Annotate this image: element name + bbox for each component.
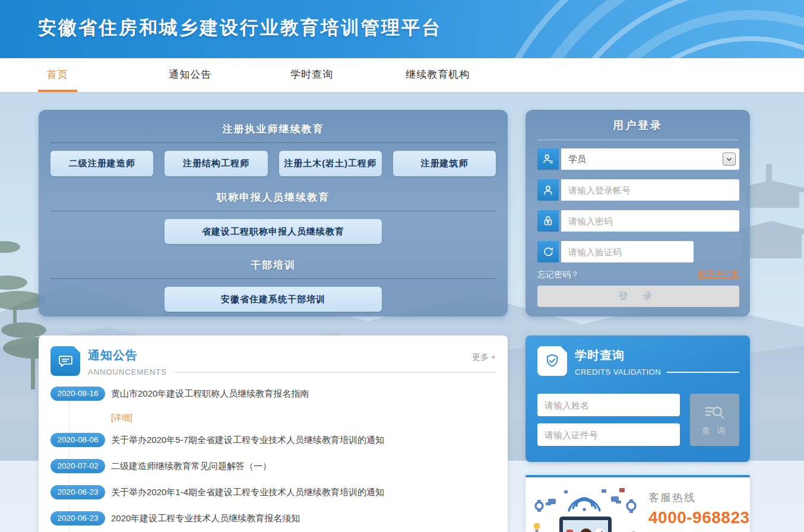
announcement-link[interactable]: 2020年建设工程专业技术人员继续教育报名须知	[111, 513, 300, 524]
customer-service-illustration	[531, 484, 641, 532]
announcement-detail-link[interactable]: [详细]	[111, 413, 496, 423]
announcements-title: 通知公告	[88, 347, 496, 363]
hotline-panel: 客服热线 4000-968823	[526, 475, 750, 532]
divider	[667, 372, 739, 373]
announcement-bubble-icon	[50, 346, 80, 376]
list-item: 2020-08-06 关于举办2020年5-7期全省建设工程专业技术人员继续教育…	[50, 433, 496, 447]
section-title-registered-practitioners: 注册执业师继续教育	[39, 110, 508, 136]
divider	[50, 278, 496, 279]
list-item: 2020-08-16 黄山市2020年建设工程职称人员继续教育报名指南	[50, 387, 496, 401]
training-categories-panel: 注册执业师继续教育 二级注册建造师 注册结构工程师 注册土木(岩土)工程师 注册…	[39, 110, 508, 316]
credits-search-button[interactable]: 查 询	[690, 394, 739, 446]
announcement-date-badge: 2020-07-02	[50, 459, 105, 473]
section-title-cadre-training: 干部培训	[39, 258, 508, 272]
announcement-link[interactable]: 黄山市2020年建设工程职称人员继续教育报名指南	[111, 388, 309, 400]
lock-icon	[537, 210, 559, 232]
announcement-link[interactable]: 关于举办2020年1-4期全省建设工程专业技术人员继续教育培训的通知	[111, 487, 384, 498]
announcement-date-badge: 2020-06-23	[50, 511, 105, 525]
list-item: 2020-06-23 2020年建设工程专业技术人员继续教育报名须知	[50, 511, 496, 525]
chevron-down-icon	[723, 153, 736, 166]
login-panel: 用户登录 学员	[526, 110, 750, 316]
nav-item-home[interactable]: 首页	[38, 58, 77, 92]
name-input[interactable]	[537, 394, 680, 416]
account-input[interactable]	[561, 179, 739, 201]
divider	[175, 372, 496, 373]
announcement-link[interactable]: 关于举办2020年5-7期全省建设工程专业技术人员继续教育培训的通知	[111, 435, 384, 446]
announcement-link[interactable]: 二级建造师继续教育常见问题解答（一）	[111, 461, 271, 472]
section-title-professional-title: 职称申报人员继续教育	[39, 191, 508, 204]
btn-civil-geotech-engineer[interactable]: 注册土木(岩土)工程师	[279, 151, 382, 176]
nav-item-institutions[interactable]: 继续教育机构	[406, 58, 470, 92]
header-swirl-graphic	[471, 0, 804, 58]
search-icon	[704, 403, 726, 422]
btn-registered-architect[interactable]: 注册建筑师	[393, 151, 496, 176]
btn-structural-engineer[interactable]: 注册结构工程师	[164, 151, 267, 176]
announcement-date-badge: 2020-08-06	[50, 433, 105, 447]
divider	[537, 140, 738, 140]
credits-title: 学时查询	[575, 347, 739, 363]
more-announcements-link[interactable]: 更多 +	[472, 352, 496, 363]
shield-check-icon	[537, 346, 567, 376]
btn-level2-constructor[interactable]: 二级注册建造师	[50, 151, 153, 176]
announcement-date-badge: 2020-06-23	[50, 485, 105, 499]
refresh-captcha-icon[interactable]	[537, 241, 559, 262]
announcements-subtitle: ANNOUNCEMENTS	[88, 368, 167, 376]
login-button[interactable]: 登 录	[537, 286, 739, 307]
nav-item-credits-query[interactable]: 学时查询	[290, 58, 333, 92]
list-item: 2020-07-02 二级建造师继续教育常见问题解答（一）	[50, 459, 496, 473]
user-icon	[537, 179, 559, 201]
user-type-selected-value: 学员	[568, 154, 723, 165]
user-type-icon	[537, 148, 559, 170]
main-nav: 首页 通知公告 学时查询 继续教育机构	[0, 58, 804, 92]
forgot-password-link[interactable]: 忘记密码？	[537, 270, 579, 280]
hotline-label: 客服热线	[648, 490, 750, 505]
hotline-phone-number: 4000-968823	[648, 508, 750, 527]
announcement-date-badge: 2020-08-16	[50, 387, 105, 401]
btn-provincial-title-education[interactable]: 省建设工程职称申报人员继续教育	[164, 219, 382, 244]
id-number-input[interactable]	[537, 423, 680, 446]
page: 安徽省住房和城乡建设行业教育培训管理平台 首页 通知公告 学时查询 继续教育机构…	[0, 0, 804, 532]
credits-validation-panel: 学时查询 CREDITS VALIDATION 查 询	[526, 335, 750, 462]
list-item: 2020-06-23 关于举办2020年1-4期全省建设工程专业技术人员继续教育…	[50, 485, 496, 499]
user-type-select[interactable]: 学员	[561, 148, 739, 170]
register-link[interactable]: 新用户注册	[698, 270, 739, 280]
password-input[interactable]	[561, 210, 739, 232]
page-title: 安徽省住房和城乡建设行业教育培训管理平台	[38, 15, 442, 40]
btn-cadre-training[interactable]: 安徽省住建系统干部培训	[164, 287, 382, 312]
announcements-panel: 通知公告 ANNOUNCEMENTS 更多 + 2020-08-16 黄山市20…	[39, 335, 508, 532]
captcha-input[interactable]	[561, 241, 694, 262]
app-header: 安徽省住房和城乡建设行业教育培训管理平台	[0, 0, 804, 58]
divider	[50, 211, 496, 211]
announcements-list: 2020-08-16 黄山市2020年建设工程职称人员继续教育报名指南 [详细]…	[50, 387, 496, 525]
nav-item-announcements[interactable]: 通知公告	[169, 58, 211, 92]
login-title: 用户登录	[526, 110, 750, 132]
credits-search-label: 查 询	[702, 426, 728, 436]
divider	[50, 142, 496, 143]
credits-subtitle: CREDITS VALIDATION	[575, 368, 661, 376]
